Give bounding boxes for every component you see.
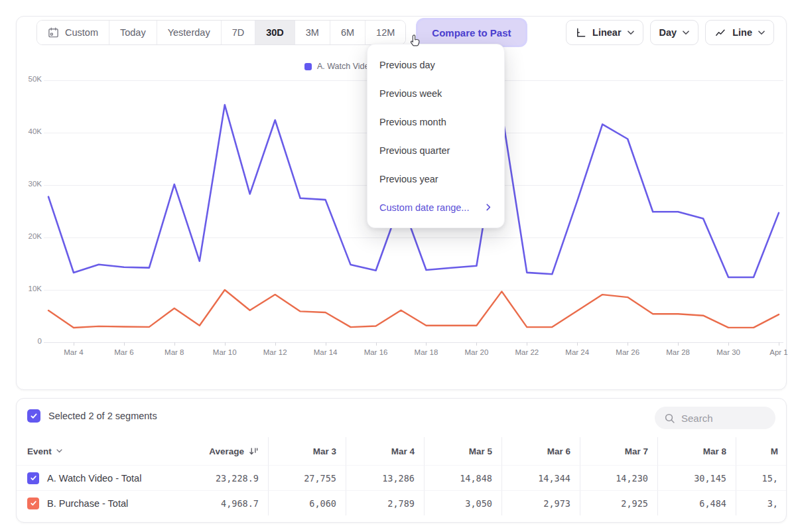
table-header-mar-4: Mar 4: [346, 437, 424, 465]
range-button-7d[interactable]: 7D: [221, 21, 255, 44]
table-header-mar-7: Mar 7: [580, 437, 657, 465]
table-header-mar-6: Mar 6: [501, 437, 580, 465]
header-text: Mar 4: [391, 446, 415, 456]
cell-value: 2,789: [387, 498, 415, 509]
cell-value: 23,228.9: [216, 473, 259, 484]
table-cell: 6,484: [657, 490, 736, 515]
cell-value: 3,: [767, 498, 778, 509]
row-checkbox-a-watch-video-total[interactable]: [27, 472, 39, 484]
row-checkbox-b-purchase-total[interactable]: [27, 498, 39, 509]
linear-axis-icon: [575, 27, 586, 38]
range-button-3m[interactable]: 3M: [295, 21, 330, 44]
table-header-label: Mar 8: [703, 446, 726, 456]
interval-dropdown-button[interactable]: Day: [650, 20, 699, 45]
cell-value: 30,145: [694, 473, 726, 484]
segments-table-card: Selected 2 of 2 segments EventAverageMar…: [16, 398, 787, 523]
check-icon: [30, 412, 38, 420]
table-cell: 3,: [736, 490, 787, 515]
range-button-today[interactable]: Today: [109, 21, 157, 44]
header-text: Average: [209, 446, 244, 456]
compare-menu-item-previous-quarter[interactable]: Previous quarter: [367, 136, 504, 165]
table-row-event-cell: A. Watch Video - Total: [17, 465, 189, 490]
table-cell: 2,789: [346, 490, 424, 515]
header-text: Mar 8: [703, 446, 726, 456]
cell-value: 14,344: [538, 473, 570, 484]
range-button-label: 12M: [376, 27, 395, 38]
table-header-label: Mar 3: [313, 446, 336, 456]
table-header-mar-5: Mar 5: [424, 437, 501, 465]
table-cell: 14,344: [501, 465, 580, 490]
date-range-segmented-control: CustomTodayYesterday7D30D3M6M12M: [36, 20, 406, 45]
table-header-event[interactable]: Event: [17, 437, 189, 465]
chevron-right-icon: [486, 204, 491, 211]
line-chart-icon: [714, 27, 726, 38]
cell-value: 2,925: [621, 498, 648, 509]
compare-menu-item-custom-date-range[interactable]: Custom date range...: [367, 193, 504, 222]
range-button-12m[interactable]: 12M: [365, 21, 405, 44]
header-text: M: [771, 446, 778, 456]
table-cell: 6,060: [268, 490, 346, 515]
chevron-down-icon: [56, 449, 62, 453]
chart-toolbar: CustomTodayYesterday7D30D3M6M12M Compare…: [36, 20, 774, 45]
menu-item-label: Previous day: [379, 60, 435, 70]
compare-menu-item-previous-year[interactable]: Previous year: [367, 165, 504, 193]
table-cell: 3,050: [424, 490, 501, 515]
cell-value: 15,: [762, 473, 778, 484]
table-header-label: M: [771, 446, 778, 456]
menu-item-label: Previous month: [379, 117, 446, 127]
range-button-label: Yesterday: [168, 27, 210, 38]
chart-type-dropdown-button[interactable]: Line: [705, 20, 774, 45]
compare-to-past-label: Compare to Past: [432, 27, 511, 38]
range-button-30d[interactable]: 30D: [255, 21, 295, 44]
series-line-b-purchase: [48, 290, 779, 328]
cell-value: 6,060: [309, 498, 336, 509]
table-header-label: Mar 7: [625, 446, 648, 456]
table-header-average[interactable]: Average: [189, 437, 268, 465]
range-button-custom[interactable]: Custom: [37, 21, 109, 44]
table-header-label: Event: [27, 446, 62, 456]
event-label: B. Purchase - Total: [47, 498, 128, 509]
table-cell: 14,230: [580, 465, 657, 490]
table-cell: 27,755: [268, 465, 346, 490]
range-button-label: 6M: [341, 27, 354, 38]
cell-value: 3,050: [465, 498, 492, 509]
table-cell: 2,973: [501, 490, 580, 515]
range-button-label: Custom: [65, 27, 98, 38]
table-cell: 13,286: [346, 465, 424, 490]
chevron-down-icon: [628, 31, 634, 35]
segments-table: EventAverageMar 3Mar 4Mar 5Mar 6Mar 7Mar…: [17, 437, 787, 515]
table-header-label: Mar 6: [547, 446, 570, 456]
header-text: Mar 5: [469, 446, 492, 456]
legend-swatch-purple: [304, 63, 312, 70]
cell-value: 14,230: [616, 473, 648, 484]
table-header-mar-8: Mar 8: [657, 437, 736, 465]
cell-value: 13,286: [382, 473, 415, 484]
table-header-mar-3: Mar 3: [268, 437, 346, 465]
search-icon: [664, 413, 675, 424]
compare-to-past-button[interactable]: Compare to Past: [418, 20, 525, 45]
table-cell: 30,145: [657, 465, 736, 490]
cell-value: 6,484: [699, 498, 726, 509]
range-button-6m[interactable]: 6M: [330, 21, 365, 44]
select-all-checkbox[interactable]: [27, 409, 40, 423]
cell-value: 27,755: [304, 473, 336, 484]
compare-menu-item-previous-day[interactable]: Previous day: [367, 50, 504, 79]
calendar-icon: [48, 27, 59, 38]
chart-type-label: Line: [732, 27, 752, 38]
table-cell-average: 4,968.7: [189, 490, 268, 515]
compare-menu-item-previous-month[interactable]: Previous month: [367, 107, 504, 136]
table-cell: 2,925: [580, 490, 657, 515]
scale-dropdown-button[interactable]: Linear: [566, 20, 643, 45]
legend-label: A. Watch Video: [317, 62, 373, 71]
table-header-label: Mar 5: [469, 446, 492, 456]
header-text: Mar 7: [625, 446, 648, 456]
chart-legend-item-a[interactable]: A. Watch Video: [304, 62, 373, 71]
table-cell: 15,: [736, 465, 787, 490]
range-button-yesterday[interactable]: Yesterday: [157, 21, 221, 44]
compare-menu-item-previous-week[interactable]: Previous week: [367, 79, 504, 107]
cell-value: 4,968.7: [221, 498, 259, 509]
search-input[interactable]: [681, 413, 761, 424]
scale-label: Linear: [592, 27, 622, 38]
search-box[interactable]: [655, 407, 775, 429]
range-button-label: 30D: [266, 27, 284, 38]
